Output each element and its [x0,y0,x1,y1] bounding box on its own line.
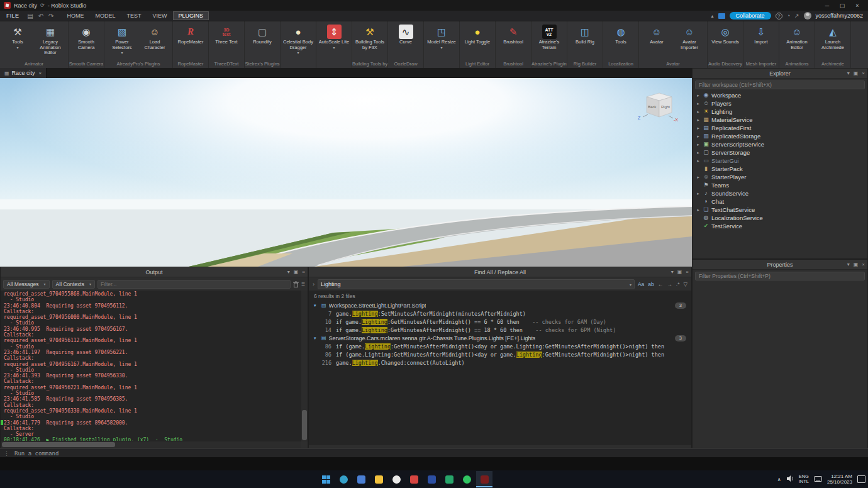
autoscale-lite-button[interactable]: ⇕AutoScale Lite▾ [318,23,350,60]
menu-tab-home[interactable]: HOME [62,12,89,19]
expand-arrow-icon[interactable]: ▸ [696,93,701,98]
close-panel-icon[interactable]: × [862,70,865,76]
explorer-filter-input[interactable] [695,80,865,89]
building-tools-f3x-button[interactable]: ⚒Building Tools by F3X [353,23,386,60]
explorer-item-serverscriptservice[interactable]: ▸▣ServerScriptService [693,140,867,148]
atrazines-terrain-button[interactable]: ATTv2Atrazine's Terrain [533,23,565,60]
output-filter-input[interactable] [97,280,291,289]
filter-results-button[interactable]: ▽ [683,281,687,287]
explorer-item-materialservice[interactable]: ▸▦MaterialService [693,116,867,124]
launch-archimede-button[interactable]: ◭Launch Archimede [816,23,849,60]
curve-button[interactable]: ∿Curve [389,23,422,60]
file-menu[interactable]: FILE [3,13,23,19]
chevron-down-icon[interactable]: ▾ [630,282,632,287]
volume-icon[interactable] [786,475,794,483]
device-emulation-icon[interactable] [718,13,725,19]
float-panel-icon[interactable]: ▣ [854,70,859,76]
collapse-arrow-icon[interactable]: ▾ [314,303,319,308]
clock[interactable]: 12:21 AM 25/10/2023 [827,474,852,485]
taskbar-app-icon[interactable] [459,471,475,487]
save-icon[interactable]: ▤ [26,13,33,19]
chevron-down-icon[interactable]: ▾ [847,262,850,267]
expand-arrow-icon[interactable]: ▸ [696,191,701,196]
output-log-area[interactable]: required_asset_9704955868.MainModule, li… [1,291,301,441]
share-icon[interactable]: ↗ [794,13,799,19]
properties-filter-input[interactable] [695,272,865,280]
explorer-item-soundservice[interactable]: ▸♪SoundService [693,189,867,197]
animation-editor-button[interactable]: ☺Animation Editor [781,23,813,60]
result-line-row[interactable]: 14if game.Lighting:GetMinutesAfterMidnig… [309,326,691,334]
taskbar-app-icon[interactable] [335,471,352,487]
whole-word-button[interactable]: ab [648,281,654,287]
light-toggle-button[interactable]: ●Light Toggle [461,23,494,60]
explorer-item-lighting[interactable]: ▸☀Lighting [693,108,867,116]
taskbar-app-icon[interactable] [441,471,457,487]
chevron-down-icon[interactable]: ▾ [671,269,674,275]
celestial-body-dragger-button[interactable]: ●Celestial Body Dragger▾ [282,23,314,60]
menu-tab-model[interactable]: MODEL [90,12,120,19]
next-result-button[interactable]: → [667,281,672,287]
output-horizontal-scrollbar[interactable] [1,441,301,448]
expand-arrow-icon[interactable]: ▸ [696,208,701,213]
float-panel-icon[interactable]: ▣ [294,269,299,275]
help-icon[interactable]: ? [776,13,782,19]
explorer-item-replicatedfirst[interactable]: ▸▤ReplicatedFirst [693,124,867,132]
taskbar-roblox-studio-icon[interactable] [476,471,492,487]
close-button[interactable]: × [850,1,864,10]
expand-arrow-icon[interactable]: ▸ [696,126,701,131]
result-file-row[interactable]: ▾▤Workspace.StreetLight.LightPart.Script… [309,301,691,309]
brushtool-button[interactable]: ✎Brushtool [497,23,530,60]
explorer-item-workspace[interactable]: ▸◉Workspace [693,91,867,99]
notifications-icon[interactable]: ◔ [787,13,790,19]
float-panel-icon[interactable]: ▣ [854,262,859,267]
float-panel-icon[interactable]: ▣ [677,269,682,275]
user-avatar[interactable] [804,12,811,19]
result-line-row[interactable]: 7game.Lighting:SetMinutesAfterMidnight(m… [309,309,691,318]
context-filter-dropdown[interactable]: All Contexts▾ [52,280,95,289]
close-panel-icon[interactable]: × [686,269,689,275]
result-line-row[interactable]: 86if (game.Lighting:GetMinutesAfterMidni… [309,350,691,358]
output-vertical-scrollbar[interactable] [301,291,308,441]
start-button[interactable] [318,471,334,487]
explorer-item-starterpack[interactable]: ▮StarterPack [693,165,867,173]
close-panel-icon[interactable]: × [862,262,865,267]
notification-center-icon[interactable] [857,475,865,483]
tray-expand-icon[interactable]: ∧ [777,477,781,482]
legacy-animation-editor-button[interactable]: ▦Legacy Animation Editor [34,23,67,60]
result-file-row[interactable]: ▾▤ServerStorage.Cars.mclaren senna gtr.A… [309,334,691,342]
load-character-button[interactable]: ☺Load Character [138,23,171,60]
taskbar-app-icon[interactable] [406,471,422,487]
menu-tab-test[interactable]: TEST [121,12,146,19]
chevron-down-icon[interactable]: ▾ [847,70,850,76]
taskbar-app-icon[interactable] [423,471,440,487]
expand-arrow-icon[interactable]: ▸ [696,109,701,114]
explorer-item-teams[interactable]: ⚑Teams [693,181,867,189]
explorer-item-textchatservice[interactable]: ▸❏TextChatService [693,206,867,214]
smooth-camera-button[interactable]: ◉Smooth Camera [70,23,103,60]
taskbar-app-icon[interactable] [370,471,387,487]
view-sounds-button[interactable]: ◎View Sounds [709,23,742,60]
explorer-item-players[interactable]: ▸☺Players [693,99,867,108]
result-line-row[interactable]: 86if (game.Lighting:GetMinutesAfterMidni… [309,342,691,350]
collapse-arrow-icon[interactable]: ▾ [314,336,319,341]
explorer-item-localizationservice[interactable]: ◍LocalizationService [693,214,867,222]
explorer-item-testservice[interactable]: ✔TestService [693,222,867,230]
model-resize-button[interactable]: ◳Model Resize▾ [425,23,458,60]
3d-viewport[interactable]: Back Right Z -X [0,78,692,267]
explorer-item-starterplayer[interactable]: ▸☺StarterPlayer [693,173,867,181]
touch-keyboard-icon[interactable] [814,476,822,483]
close-panel-icon[interactable]: × [302,269,305,275]
taskbar-app-icon[interactable] [353,471,369,487]
explorer-item-replicatedstorage[interactable]: ▸▥ReplicatedStorage [693,132,867,140]
result-line-row[interactable]: 216game.Lighting.Changed:connect(AutoLig… [309,358,691,367]
find-search-input[interactable] [321,281,630,287]
language-indicator[interactable]: ENG INTL [799,474,809,484]
document-tab-race-city[interactable]: ▦ Race city × [0,68,47,78]
expand-arrow-icon[interactable]: ▸ [696,118,701,123]
power-selectors-button[interactable]: ▧Power Selectors▾ [106,23,138,60]
clear-output-button[interactable] [293,281,299,287]
collaborate-button[interactable]: Collaborate [730,12,771,19]
regex-button[interactable]: .* [676,281,680,287]
redo-icon[interactable]: ↷ [48,13,54,19]
build-rig-button[interactable]: ◫Build Rig [569,23,601,60]
